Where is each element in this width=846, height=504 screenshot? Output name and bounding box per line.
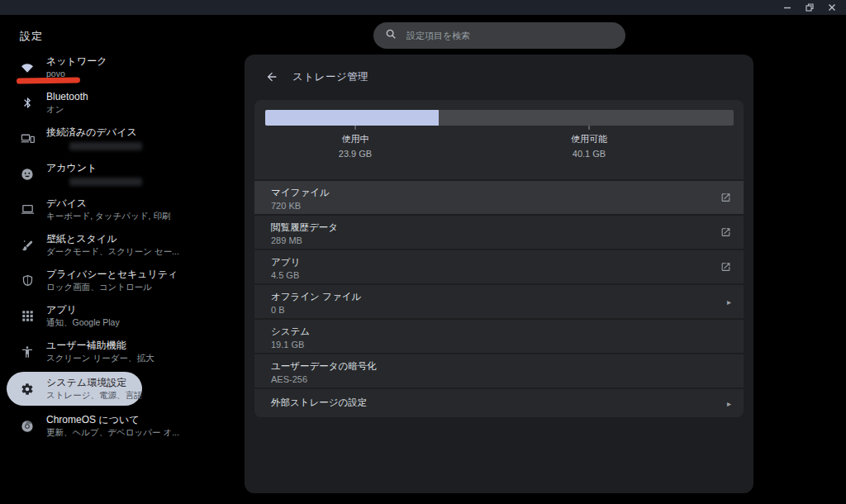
storage-panel: ストレージ管理 使用中 23.9 GB 使用可能 40.1 GB マイファイル … — [245, 55, 753, 493]
panel-header: ストレージ管理 — [245, 55, 753, 99]
apps-grid-icon — [20, 309, 35, 324]
row-value: 4.5 GB — [271, 269, 730, 281]
account-icon — [20, 167, 35, 182]
used-summary: 使用中 23.9 GB — [339, 133, 372, 161]
row-label: アプリ — [271, 256, 730, 269]
sidebar-item-label: 接続済みのデバイス — [46, 126, 142, 139]
storage-bar — [265, 110, 734, 126]
sidebar-item-label: ネットワーク — [46, 55, 107, 68]
row-value: AES-256 — [271, 373, 730, 385]
row-system[interactable]: システム 19.1 GB — [254, 318, 744, 353]
used-tick — [354, 126, 356, 130]
storage-summary: 使用中 23.9 GB 使用可能 40.1 GB — [254, 100, 744, 179]
sidebar-item-network[interactable]: ネットワーク povo — [0, 50, 245, 85]
shield-icon — [20, 273, 35, 288]
minimize-button[interactable] — [783, 3, 791, 12]
sidebar-item-sublabel: 更新、ヘルプ、デベロッパー オ... — [46, 427, 179, 438]
used-label: 使用中 — [339, 133, 372, 145]
row-offline-files[interactable]: オフライン ファイル 0 B ▸ — [254, 283, 744, 318]
sidebar-item-sublabel: 通知、Google Play — [46, 317, 120, 328]
row-label: マイファイル — [271, 187, 730, 199]
sidebar-item-label: システム環境設定 — [46, 377, 142, 389]
brush-icon — [20, 238, 35, 253]
storage-card: 使用中 23.9 GB 使用可能 40.1 GB マイファイル 720 KB 閲… — [254, 100, 744, 417]
row-label: オフライン ファイル — [271, 291, 730, 303]
app-title: 設定 — [20, 29, 43, 44]
gear-icon — [20, 382, 35, 397]
back-button[interactable] — [263, 68, 281, 86]
external-link-icon — [720, 262, 731, 273]
redacted-sublabel — [69, 178, 142, 186]
sidebar-item-accounts[interactable]: アカウント — [0, 156, 245, 192]
connected-devices-icon — [20, 131, 35, 146]
sidebar-item-connected-devices[interactable]: 接続済みのデバイス — [0, 121, 245, 156]
row-label: 閲覧履歴データ — [271, 221, 730, 234]
window-titlebar — [0, 0, 846, 15]
sidebar-item-label: アプリ — [46, 304, 120, 316]
sidebar-item-about-chromeos[interactable]: ChromeOS について 更新、ヘルプ、デベロッパー オ... — [0, 408, 245, 444]
sidebar-item-label: プライバシーとセキュリティ — [46, 269, 178, 281]
sidebar-item-sublabel: キーボード, タッチパッド, 印刷 — [46, 211, 170, 221]
window-controls — [783, 3, 846, 12]
row-value: 720 KB — [271, 200, 730, 212]
sidebar-item-label: ChromeOS について — [46, 414, 179, 426]
external-link-icon — [720, 227, 731, 238]
row-value: 0 B — [271, 304, 730, 316]
sidebar-item-sublabel: スクリーン リーダー、拡大 — [46, 353, 154, 364]
close-button[interactable] — [828, 3, 836, 12]
sidebar-item-privacy[interactable]: プライバシーとセキュリティ ロック画面、コントロール — [0, 263, 245, 298]
search-icon — [385, 28, 397, 43]
chevron-right-icon: ▸ — [727, 398, 731, 407]
sidebar-item-apps[interactable]: アプリ 通知、Google Play — [0, 298, 245, 334]
laptop-icon — [20, 202, 35, 217]
sidebar-item-device[interactable]: デバイス キーボード, タッチパッド, 印刷 — [0, 192, 245, 227]
external-link-icon — [720, 193, 731, 203]
sidebar-item-label: 壁紙とスタイル — [46, 233, 179, 245]
settings-search-bar[interactable] — [373, 22, 625, 49]
storage-rows: マイファイル 720 KB 閲覧履歴データ 289 MB アプリ 4.5 GB … — [254, 179, 744, 416]
available-value: 40.1 GB — [571, 148, 607, 160]
available-summary: 使用可能 40.1 GB — [571, 133, 607, 161]
red-marker-annotation — [17, 77, 80, 83]
row-browsing-data[interactable]: 閲覧履歴データ 289 MB — [254, 214, 744, 249]
row-apps[interactable]: アプリ 4.5 GB — [254, 249, 744, 283]
row-external-storage[interactable]: 外部ストレージの設定 ▸ — [254, 388, 744, 416]
sidebar-nav: ネットワーク povo Bluetooth オン 接続済みのデバイス アカウント… — [0, 50, 245, 444]
sidebar-item-sublabel: オン — [46, 104, 88, 115]
row-label: ユーザーデータの暗号化 — [271, 360, 730, 373]
search-input[interactable] — [406, 31, 596, 40]
row-value: 19.1 GB — [271, 339, 730, 350]
row-value: 289 MB — [271, 235, 730, 246]
sidebar-item-label: アカウント — [46, 162, 142, 174]
redacted-sublabel — [69, 142, 142, 150]
row-label: 外部ストレージの設定 — [271, 397, 367, 409]
sidebar-item-sublabel: ロック画面、コントロール — [46, 282, 178, 292]
sidebar-item-sublabel: ストレージ、電源、言語 — [46, 390, 142, 401]
storage-bar-fill — [265, 110, 439, 126]
sidebar-item-sublabel: ダークモード、スクリーン セー... — [46, 246, 179, 257]
sidebar-item-bluetooth[interactable]: Bluetooth オン — [0, 85, 245, 121]
available-label: 使用可能 — [571, 133, 607, 145]
restore-button[interactable] — [806, 3, 814, 12]
page-title: ストレージ管理 — [292, 70, 368, 84]
sidebar-item-label: デバイス — [46, 197, 170, 210]
accessibility-icon — [20, 345, 35, 359]
sidebar-item-label: ユーザー補助機能 — [46, 340, 154, 352]
wifi-icon — [20, 60, 35, 75]
chevron-right-icon: ▸ — [727, 297, 731, 307]
sidebar-item-system-preferences[interactable]: システム環境設定 ストレージ、電源、言語 — [0, 369, 245, 408]
sidebar-item-personalization[interactable]: 壁紙とスタイル ダークモード、スクリーン セー... — [0, 227, 245, 263]
sidebar-item-accessibility[interactable]: ユーザー補助機能 スクリーン リーダー、拡大 — [0, 334, 245, 369]
chromeos-icon — [20, 419, 35, 434]
row-label: システム — [271, 326, 730, 338]
bluetooth-icon — [20, 96, 35, 111]
row-my-files[interactable]: マイファイル 720 KB — [254, 179, 744, 214]
used-value: 23.9 GB — [339, 148, 372, 160]
sidebar-item-label: Bluetooth — [46, 91, 88, 103]
row-encryption[interactable]: ユーザーデータの暗号化 AES-256 — [254, 353, 744, 388]
available-tick — [588, 126, 590, 130]
